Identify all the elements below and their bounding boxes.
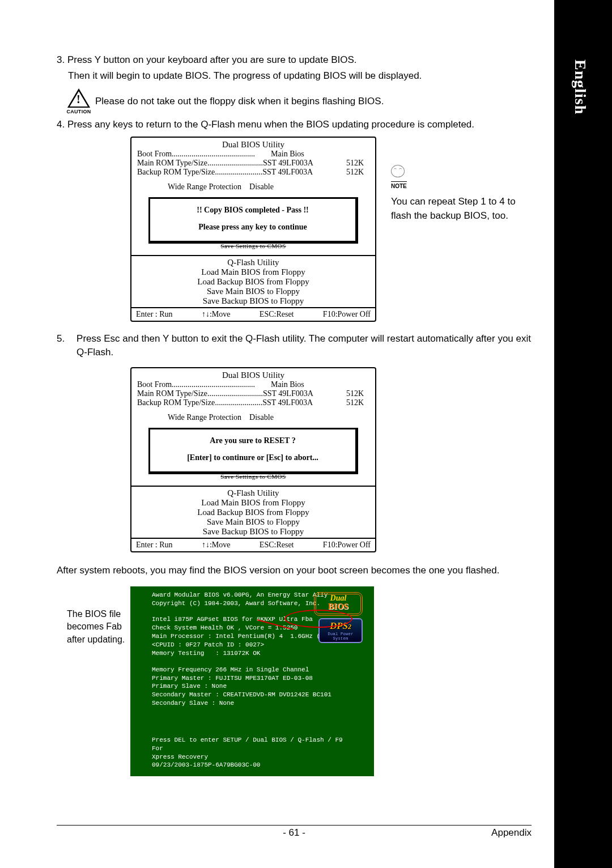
bios-utility-box-1: Dual BIOS Utility Boot From.............… xyxy=(130,137,376,322)
caution-text: Please do not take out the floppy disk w… xyxy=(95,95,384,108)
after-reboot-text: After system reboots, you may find the B… xyxy=(57,564,533,577)
qflash-menu-item: Load Main BIOS from Floppy xyxy=(131,267,375,277)
dps-logo: DPS2 Dual Power System xyxy=(318,618,363,643)
qflash-menu-item: Load Backup BIOS from Floppy xyxy=(131,277,375,287)
step-4: 4. Press any keys to return to the Q-Fla… xyxy=(57,118,533,131)
bios-title: Dual BIOS Utility xyxy=(137,140,369,150)
step-5-number: 5. xyxy=(57,332,76,359)
qflash-title: Q-Flash Utility xyxy=(131,258,375,267)
footer-rule xyxy=(57,825,532,826)
caution-icon: ! CAUTION xyxy=(66,88,92,114)
bios-footer-keys: Enter : Run ↑↓:Move ESC:Reset F10:Power … xyxy=(131,307,375,321)
bios-popup-copy-complete: !! Copy BIOS completed - Pass !! Please … xyxy=(148,197,358,244)
section-label: Appendix xyxy=(491,827,532,839)
step-3-line-2: Then it will begin to update BIOS. The p… xyxy=(68,69,533,83)
qflash-menu-item: Save Main BIOS to Floppy xyxy=(131,287,375,296)
bios-file-caption: The BIOS file becomes Fab after updating… xyxy=(67,608,129,646)
step-5-text: Press Esc and then Y button to exit the … xyxy=(76,332,533,359)
note-text: You can repeat Step 1 to 4 to flash the … xyxy=(391,195,538,223)
language-tab: English xyxy=(571,59,589,114)
dual-bios-logo: Dual BIOS xyxy=(314,592,363,616)
bios-utility-box-2: Dual BIOS Utility Boot From.............… xyxy=(130,367,376,552)
page-number: - 61 - xyxy=(283,827,305,839)
step-3-line-1: 3. Press Y button on your keyboard after… xyxy=(57,53,533,67)
side-black-bar xyxy=(554,0,612,868)
note-icon: NOTE xyxy=(391,165,538,193)
qflash-menu-item: Save Backup BIOS to Floppy xyxy=(131,296,375,306)
bios-popup-reset-confirm: Are you sure to RESET ? [Enter] to conti… xyxy=(148,428,358,474)
post-boot-screen: Dual BIOS DPS2 Dual Power System Award M… xyxy=(130,586,374,777)
